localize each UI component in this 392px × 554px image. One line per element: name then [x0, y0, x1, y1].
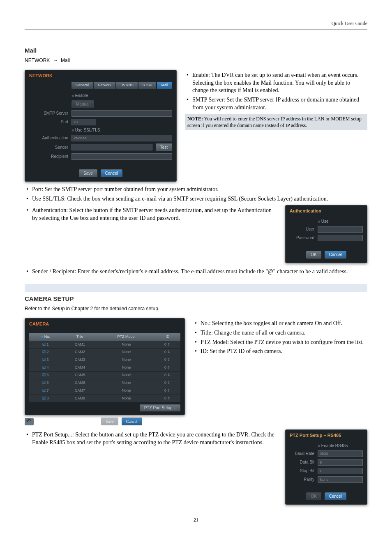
cell-ptz[interactable]: None [98, 364, 154, 372]
cell-no[interactable]: ☑ 4 [29, 364, 62, 372]
cancel-button[interactable]: Cancel [325, 251, 346, 259]
breadcrumb-a: NETWORK [25, 58, 50, 63]
cell-id[interactable]: 0 ⇕ [155, 356, 181, 364]
password-label: Password [290, 235, 314, 240]
user-input[interactable] [318, 226, 363, 233]
cancel-button[interactable]: Cancel [101, 169, 122, 177]
ok-button[interactable]: OK [306, 251, 321, 259]
use-checkbox[interactable]: Use [318, 219, 329, 224]
stop-bit-label: Stop Bit [290, 468, 314, 473]
auth-input[interactable]: <None> [71, 135, 172, 141]
bullet-sender-recipient: Sender / Recipient: Enter the sender's/r… [32, 268, 367, 276]
port-input[interactable]: 23 [71, 119, 96, 125]
sender-input[interactable] [71, 144, 152, 150]
ok-button[interactable]: OK [306, 492, 321, 500]
table-row: ☑ 4CAM4None0 ⇕ [29, 364, 180, 372]
bullet-key: PTZ Model [201, 339, 227, 345]
cell-no[interactable]: ☑ 8 [29, 395, 62, 402]
use-ssl-checkbox[interactable]: Use SSL/TLS [71, 127, 100, 133]
ptz-port-setup-button[interactable]: PTZ Port Setup... [140, 404, 180, 411]
cell-id[interactable]: 0 ⇕ [155, 349, 181, 356]
port-label: Port [29, 119, 68, 125]
cell-title[interactable]: CAM8 [62, 395, 98, 402]
cell-ptz[interactable]: None [98, 372, 154, 379]
data-bit-input[interactable]: 8 [318, 459, 363, 466]
sender-bullet-list: Sender / Recipient: Enter the sender's/r… [25, 268, 367, 276]
cell-ptz[interactable]: None [98, 349, 154, 356]
bullet-text: : Selecting the box toggles all or each … [209, 320, 343, 326]
parity-input[interactable]: None [318, 476, 363, 483]
save-button[interactable]: Save [79, 169, 97, 177]
manual-button[interactable]: Manual [71, 100, 94, 108]
cell-id[interactable]: 0 ⇕ [155, 387, 181, 395]
bullet-no: No.: Selecting the box toggles all or ea… [201, 320, 367, 328]
cell-no[interactable]: ☑ 5 [29, 372, 62, 379]
cell-title[interactable]: CAM1 [62, 341, 98, 349]
breadcrumb-b: Mail [61, 58, 70, 63]
col-id[interactable]: ID [155, 333, 181, 341]
cell-no[interactable]: ☑ 3 [29, 356, 62, 364]
col-title[interactable]: Title [62, 333, 98, 341]
recipient-input[interactable] [71, 153, 172, 160]
recipient-label: Recipient [29, 154, 68, 159]
table-row: ☑ 6CAM6None0 ⇕ [29, 379, 180, 387]
bullet-text: : Set the PTZ ID of each camera. [207, 348, 282, 354]
cell-id[interactable]: 0 ⇕ [155, 341, 181, 349]
tab-mail[interactable]: Mail [157, 82, 172, 89]
cell-no[interactable]: ☑ 1 [29, 341, 62, 349]
bullet-text: : Change the name of all or each camera. [211, 330, 305, 336]
smtp-server-input[interactable] [71, 110, 172, 117]
bullet-authentication: Authentication: Select the button if the… [32, 207, 277, 222]
cell-title[interactable]: CAM2 [62, 349, 98, 356]
cell-no[interactable]: ☑ 7 [29, 387, 62, 395]
th-text: No. [44, 335, 50, 339]
cell-title[interactable]: CAM5 [62, 372, 98, 379]
enable-rs485-checkbox[interactable]: Enable RS485 [318, 443, 348, 448]
bullet-key: Use SSL/TLS [32, 196, 64, 202]
cell-ptz[interactable]: None [98, 387, 154, 395]
arrow-icon: → [53, 58, 58, 63]
bullet-text: : Set the SMTP server port number obtain… [42, 186, 218, 192]
cell-ptz[interactable]: None [98, 395, 154, 402]
cell-title[interactable]: CAM6 [62, 379, 98, 387]
cell-title[interactable]: CAM4 [62, 364, 98, 372]
cell-title[interactable]: CAM3 [62, 356, 98, 364]
test-button[interactable]: Test [156, 143, 172, 151]
cancel-button[interactable]: Cancel [122, 418, 142, 425]
section-title-mail: Mail [25, 46, 367, 55]
password-input[interactable] [318, 235, 363, 241]
dialog-title: NETWORK [25, 70, 176, 79]
enable-checkbox[interactable]: Enable [71, 93, 88, 98]
cell-ptz[interactable]: None [98, 379, 154, 387]
breadcrumb-mail: NETWORK → Mail [25, 58, 367, 64]
baud-input[interactable]: 9600 [318, 450, 363, 457]
cell-no[interactable]: ☑ 2 [29, 349, 62, 356]
bullet-smtp-server: SMTP Server: Set the SMTP server IP addr… [192, 96, 367, 112]
tab-dvrns[interactable]: DVRNS [116, 82, 138, 89]
cell-id[interactable]: 0 ⇕ [155, 395, 181, 402]
cancel-button[interactable]: Cancel [325, 492, 346, 500]
cell-id[interactable]: 0 ⇕ [155, 364, 181, 372]
table-row: ☑ 5CAM5None0 ⇕ [29, 372, 180, 379]
bullet-text2: " character to be a valid address. [273, 268, 348, 275]
cell-ptz[interactable]: None [98, 341, 154, 349]
col-no[interactable]: ■ No. [29, 333, 62, 341]
tab-network[interactable]: Network [94, 82, 115, 89]
cell-ptz[interactable]: None [98, 356, 154, 364]
auth-label: Authentication [29, 135, 68, 141]
auth-dialog: Authentication Use User Password OK Canc… [285, 205, 367, 263]
section-divider [25, 284, 367, 292]
bullet-id: ID: Set the PTZ ID of each camera. [201, 348, 367, 355]
save-button[interactable]: Save [101, 418, 118, 425]
back-icon[interactable] [25, 418, 34, 425]
cell-id[interactable]: 0 ⇕ [155, 379, 181, 387]
tab-general[interactable]: General [71, 82, 93, 89]
stop-bit-input[interactable]: 1 [318, 468, 363, 474]
tab-rtsp[interactable]: RTSP [138, 82, 157, 89]
cell-title[interactable]: CAM7 [62, 387, 98, 395]
bullet-key: Title [201, 330, 211, 336]
col-ptz-model[interactable]: PTZ Model [98, 333, 154, 341]
cell-no[interactable]: ☑ 6 [29, 379, 62, 387]
bullet-key: Authentication [32, 207, 66, 213]
cell-id[interactable]: 0 ⇕ [155, 372, 181, 379]
